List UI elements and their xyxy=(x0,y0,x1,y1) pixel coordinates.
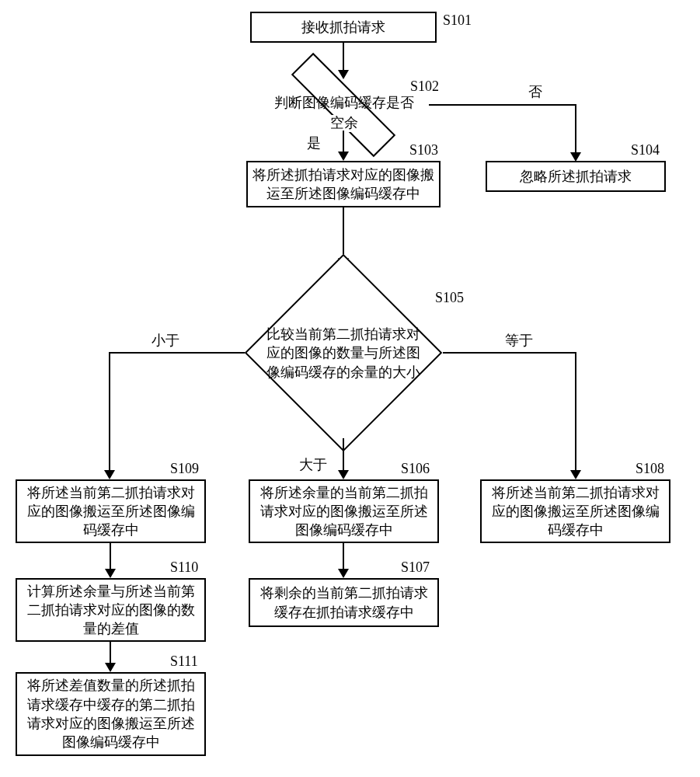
node-s103-text: 将所述抓拍请求对应的图像搬运至所述图像编码缓存中 xyxy=(252,166,434,204)
node-s102-text: 判断图像编码缓存是否 xyxy=(268,95,420,112)
node-s109: 将所述当前第二抓拍请求对应的图像搬运至所述图像编码缓存中 xyxy=(16,479,206,543)
edge-label-yes: 是 xyxy=(307,135,321,152)
edge-label-no: 否 xyxy=(528,84,542,101)
label-s103: S103 xyxy=(409,142,438,159)
node-s107-text: 将剩余的当前第二抓拍请求缓存在抓拍请求缓存中 xyxy=(255,584,433,622)
node-s111: 将所述差值数量的所述抓拍请求缓存中缓存的第二抓拍请求对应的图像搬运至所述图像编码… xyxy=(16,672,206,756)
node-s111-text: 将所述差值数量的所述抓拍请求缓存中缓存的第二抓拍请求对应的图像搬运至所述图像编码… xyxy=(22,676,200,751)
node-s101-text: 接收抓拍请求 xyxy=(301,18,385,37)
node-s110-text: 计算所述余量与所述当前第二抓拍请求对应的图像的数量的差值 xyxy=(22,582,200,639)
node-s110: 计算所述余量与所述当前第二抓拍请求对应的图像的数量的差值 xyxy=(16,578,206,642)
node-s106: 将所述余量的当前第二抓拍请求对应的图像搬运至所述图像编码缓存中 xyxy=(249,479,439,543)
node-s108-text: 将所述当前第二抓拍请求对应的图像搬运至所述图像编码缓存中 xyxy=(486,483,664,540)
node-s109-text: 将所述当前第二抓拍请求对应的图像搬运至所述图像编码缓存中 xyxy=(22,483,200,540)
node-s104: 忽略所述抓拍请求 xyxy=(486,161,666,192)
label-s108: S108 xyxy=(636,461,664,478)
edge-label-gt: 大于 xyxy=(299,457,327,474)
label-s105: S105 xyxy=(435,290,464,307)
label-s101: S101 xyxy=(443,12,472,30)
label-s102: S102 xyxy=(410,78,439,96)
label-s109: S109 xyxy=(170,461,199,478)
label-s104: S104 xyxy=(631,142,660,159)
node-s105: 比较当前第二抓拍请求对应的图像的数量与所述图像编码缓存的余量的大小 xyxy=(227,267,460,438)
node-s108: 将所述当前第二抓拍请求对应的图像搬运至所述图像编码缓存中 xyxy=(480,479,670,543)
label-s110: S110 xyxy=(170,559,198,577)
label-s106: S106 xyxy=(401,461,430,478)
node-s101: 接收抓拍请求 xyxy=(250,12,437,43)
edge-label-eq: 等于 xyxy=(505,333,533,350)
edge-label-lt: 小于 xyxy=(151,333,179,350)
node-s102-text2: 空余 xyxy=(325,115,364,132)
node-s107: 将剩余的当前第二抓拍请求缓存在抓拍请求缓存中 xyxy=(249,578,439,627)
node-s103: 将所述抓拍请求对应的图像搬运至所述图像编码缓存中 xyxy=(246,161,441,207)
node-s106-text: 将所述余量的当前第二抓拍请求对应的图像搬运至所述图像编码缓存中 xyxy=(255,483,433,540)
flowchart: 接收抓拍请求 S101 判断图像编码缓存是否 空余 S102 否 是 将所述抓拍… xyxy=(0,0,700,777)
node-s104-text: 忽略所述抓拍请求 xyxy=(520,167,632,186)
label-s107: S107 xyxy=(401,559,430,577)
label-s111: S111 xyxy=(170,653,198,671)
